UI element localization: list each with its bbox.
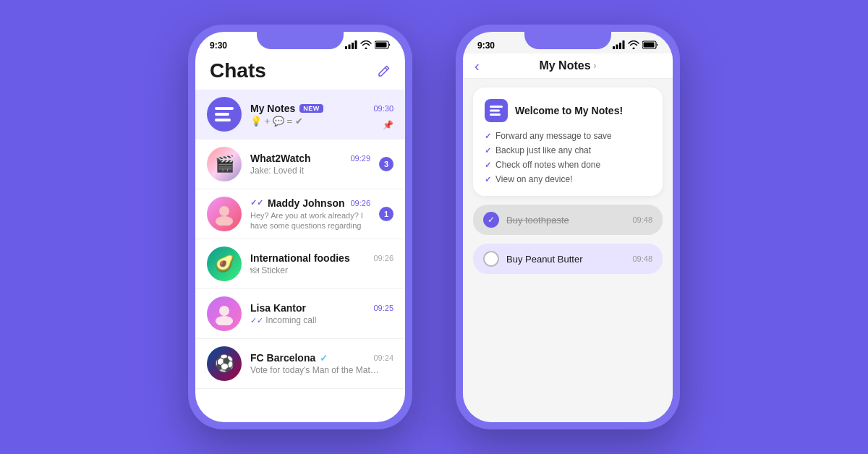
- chat-content: ✓✓ Maddy Johnson 09:26 Hey? Are you at w…: [250, 197, 370, 231]
- notes-nav: ‹ My Notes ›: [463, 53, 673, 79]
- chat-time: 09:30: [373, 104, 393, 113]
- list-item[interactable]: My Notes NEW 09:30 💡 + 💬 = ✔ 📌: [195, 90, 405, 140]
- svg-rect-8: [215, 119, 231, 121]
- wifi-icon: [628, 40, 639, 51]
- svg-rect-18: [644, 43, 655, 48]
- chat-content: Lisa Kantor 09:25 ✓✓ Incoming call: [250, 302, 393, 325]
- todo-checkbox-unchecked[interactable]: [483, 251, 499, 267]
- svg-rect-0: [345, 46, 347, 49]
- list-item: ✓Backup just like any chat: [485, 145, 651, 155]
- verified-icon: ✓: [320, 353, 328, 364]
- time-notes: 9:30: [477, 40, 495, 51]
- chat-time: 09:26: [373, 254, 393, 262]
- notch: [257, 32, 344, 49]
- unread-badge: 3: [379, 157, 393, 171]
- status-icons-chats: [345, 40, 391, 51]
- welcome-title: Welcome to My Notes!: [515, 105, 623, 116]
- list-item: ✓View on any device!: [485, 174, 651, 184]
- svg-rect-13: [613, 46, 615, 49]
- list-item[interactable]: ⚽ FC Barcelona ✓ 09:24 Vote for today's …: [195, 339, 405, 389]
- back-button[interactable]: ‹: [475, 58, 480, 74]
- signal-icon: [613, 40, 625, 51]
- avatar: 🥑: [207, 247, 242, 281]
- chat-preview: 🍽 Sticker: [250, 265, 380, 275]
- chat-name: ✓✓ Maddy Johnson: [250, 197, 345, 209]
- svg-point-9: [219, 206, 229, 216]
- battery-icon: [375, 40, 391, 51]
- welcome-card: Welcome to My Notes! ✓Forward any messag…: [473, 87, 663, 196]
- todo-checkbox-checked[interactable]: ✓: [483, 212, 499, 228]
- svg-point-10: [216, 216, 233, 226]
- chat-preview: Hey? Are you at work already? I have som…: [250, 210, 370, 231]
- chat-preview: 💡 + 💬 = ✔: [250, 116, 380, 127]
- svg-rect-21: [490, 113, 501, 116]
- list-item[interactable]: 🎬 What2Watch 09:29 Jake: Loved it 3: [195, 140, 405, 189]
- signal-icon: [345, 40, 357, 51]
- svg-rect-6: [215, 107, 234, 110]
- chat-name: My Notes NEW: [250, 103, 323, 114]
- chat-content: My Notes NEW 09:30 💡 + 💬 = ✔: [250, 103, 393, 127]
- check-icon: ✓: [485, 146, 491, 155]
- avatar: 🎬: [207, 147, 242, 181]
- avatar: [207, 97, 242, 132]
- chat-preview: ✓✓ Incoming call: [250, 315, 380, 325]
- list-item[interactable]: ✓✓ Maddy Johnson 09:26 Hey? Are you at w…: [195, 189, 405, 239]
- new-badge: NEW: [299, 104, 323, 113]
- unread-badge: 1: [379, 207, 393, 221]
- avatar: ⚽: [207, 346, 242, 381]
- svg-rect-3: [355, 40, 357, 49]
- chat-time: 09:26: [350, 199, 370, 207]
- avatar: [207, 296, 242, 331]
- svg-point-11: [219, 306, 229, 316]
- svg-rect-5: [376, 43, 387, 48]
- svg-rect-1: [349, 45, 351, 50]
- pin-icon: 📌: [383, 120, 393, 130]
- chats-header: Chats: [195, 53, 405, 90]
- todo-time: 09:48: [632, 254, 652, 263]
- svg-point-12: [216, 316, 233, 325]
- todo-item-done[interactable]: ✓ Buy toothpaste 09:48: [473, 205, 663, 235]
- chevron-right-icon: ›: [594, 61, 597, 71]
- welcome-list: ✓Forward any message to save ✓Backup jus…: [485, 131, 651, 184]
- chat-name: Lisa Kantor: [250, 302, 306, 314]
- chat-preview: Jake: Loved it: [250, 166, 370, 176]
- phone-notes: 9:30 ‹ My Notes ›: [456, 25, 680, 429]
- svg-rect-14: [616, 45, 618, 50]
- welcome-header: Welcome to My Notes!: [485, 99, 651, 122]
- todo-text: Buy Peanut Butter: [506, 254, 625, 265]
- chat-preview: Vote for today's Man of the Match 🏆: [250, 365, 380, 375]
- svg-rect-20: [490, 110, 500, 112]
- list-item: ✓Forward any message to save: [485, 131, 651, 141]
- todo-item[interactable]: Buy Peanut Butter 09:48: [473, 244, 663, 274]
- notes-icon: [485, 99, 508, 122]
- svg-rect-19: [490, 106, 503, 108]
- status-icons-notes: [613, 40, 658, 51]
- chats-title: Chats: [210, 59, 266, 82]
- check-icon: ✓: [485, 132, 491, 141]
- list-item: ✓Check off notes when done: [485, 160, 651, 170]
- check-icon: ✓: [485, 175, 491, 184]
- todo-text: Buy toothpaste: [506, 215, 625, 226]
- notes-content: Welcome to My Notes! ✓Forward any messag…: [463, 79, 673, 422]
- chat-time: 09:25: [373, 304, 393, 312]
- chat-name: FC Barcelona ✓: [250, 352, 328, 364]
- check-icon: ✓: [485, 160, 491, 170]
- phone-chats: 9:30 Chats: [188, 25, 412, 429]
- svg-rect-7: [215, 113, 229, 116]
- list-item[interactable]: 🥑 International foodies 09:26 🍽 Sticker: [195, 239, 405, 289]
- chat-content: FC Barcelona ✓ 09:24 Vote for today's Ma…: [250, 352, 393, 375]
- list-item[interactable]: Lisa Kantor 09:25 ✓✓ Incoming call: [195, 289, 405, 339]
- notch: [524, 32, 611, 49]
- wifi-icon: [360, 40, 372, 51]
- chat-name: What2Watch: [250, 153, 310, 164]
- avatar: [207, 197, 242, 231]
- compose-icon[interactable]: [376, 64, 391, 82]
- chat-list: My Notes NEW 09:30 💡 + 💬 = ✔ 📌 🎬 What2Wa…: [195, 90, 405, 422]
- svg-rect-15: [619, 43, 621, 49]
- chat-time: 09:24: [373, 354, 393, 362]
- notes-nav-title: My Notes ›: [539, 59, 596, 72]
- chat-name: International foodies: [250, 252, 350, 264]
- chat-content: What2Watch 09:29 Jake: Loved it: [250, 153, 370, 176]
- svg-rect-16: [623, 40, 625, 49]
- svg-rect-2: [352, 43, 354, 49]
